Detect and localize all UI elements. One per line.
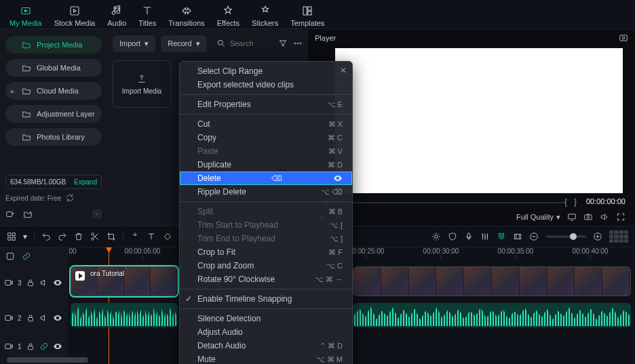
marker-icon[interactable]: [130, 232, 140, 241]
tab-titles[interactable]: Titles: [138, 4, 156, 27]
new-bin-icon[interactable]: [5, 209, 15, 219]
menu-item-duplicate[interactable]: Duplicate⌘ D: [180, 158, 352, 171]
tab-label: Titles: [138, 19, 156, 27]
audio-clip[interactable]: [353, 303, 631, 327]
display-icon[interactable]: [567, 212, 577, 222]
track-head-3[interactable]: 3: [4, 265, 64, 300]
menu-item-copy[interactable]: Copy⌘ C: [180, 131, 352, 144]
crop-icon[interactable]: [107, 232, 116, 241]
sidebar-item-global-media[interactable]: Global Media: [5, 59, 102, 77]
tab-templates[interactable]: Templates: [290, 4, 324, 27]
menu-item-delete[interactable]: Delete⌫: [180, 171, 352, 185]
link-icon[interactable]: [39, 342, 49, 351]
fullscreen-icon[interactable]: [616, 212, 626, 222]
tab-my-media[interactable]: My Media: [9, 4, 42, 27]
lock-icon[interactable]: [26, 278, 35, 287]
eye-icon[interactable]: [53, 342, 62, 351]
menu-item-crop-to-fit[interactable]: Crop to Fit⌘ F: [180, 245, 352, 259]
track-tab-link-icon[interactable]: [22, 251, 31, 261]
menu-item-shortcut: ⌥ C: [326, 262, 343, 270]
color-icon[interactable]: [431, 232, 441, 241]
video-clip-selected[interactable]: ora Tutorial: [71, 266, 178, 296]
menu-item-edit-properties[interactable]: Edit Properties⌥ E: [180, 98, 352, 111]
folder-icon: [22, 40, 31, 49]
eye-icon[interactable]: [53, 278, 62, 287]
search-input[interactable]: [230, 39, 269, 47]
sidebar-item-photos-library[interactable]: Photos Library: [5, 128, 102, 146]
refresh-icon[interactable]: [65, 193, 75, 203]
tab-label: Audio: [107, 19, 126, 27]
track-head-1[interactable]: 1: [4, 336, 64, 357]
menu-item-rotate-90-clockwise[interactable]: Rotate 90° Clockwise⌥ ⌘ →: [180, 272, 352, 286]
record-dropdown[interactable]: Record▾: [161, 35, 206, 52]
track-head-2[interactable]: 2: [4, 300, 64, 336]
magnet-icon[interactable]: [497, 232, 506, 241]
tab-stickers[interactable]: Stickers: [252, 4, 278, 27]
text-icon[interactable]: [147, 232, 156, 241]
menu-item-enable-timeline-snapping[interactable]: ✓Enable Timeline Snapping: [180, 292, 352, 306]
shield-icon[interactable]: [448, 232, 457, 241]
import-media-tile[interactable]: Import Media: [113, 60, 171, 108]
zoom-in-icon[interactable]: [593, 232, 602, 241]
snapshot-icon[interactable]: [619, 33, 628, 43]
quality-dropdown[interactable]: Full Quality▾: [516, 213, 560, 222]
collapse-sidebar-button[interactable]: [92, 209, 102, 219]
audio-icon: [110, 4, 123, 18]
player-title: Player: [315, 34, 336, 42]
mic-icon[interactable]: [464, 232, 474, 241]
more-icon[interactable]: [293, 39, 303, 48]
delete-icon[interactable]: [74, 232, 83, 241]
undo-icon[interactable]: [41, 232, 51, 241]
folder-icon: [22, 63, 31, 73]
seek-rail[interactable]: [324, 202, 564, 203]
mixer-icon[interactable]: [480, 232, 490, 241]
menu-item-ripple-delete[interactable]: Ripple Delete⌥ ⌫: [180, 185, 352, 199]
tab-transitions[interactable]: Transitions: [168, 4, 204, 27]
mute-icon[interactable]: [39, 313, 49, 323]
redo-icon[interactable]: [58, 232, 67, 241]
import-dropdown[interactable]: Import▾: [113, 35, 155, 52]
zoom-slider[interactable]: [545, 235, 586, 238]
menu-item-silence-detection[interactable]: Silence Detection: [180, 312, 352, 325]
tab-label: My Media: [9, 19, 42, 27]
sidebar-item-project-media[interactable]: Project Media: [5, 36, 102, 54]
eye-icon[interactable]: [53, 313, 62, 323]
thumbnails-icon[interactable]: [609, 230, 628, 243]
menu-item-crop-and-zoom[interactable]: Crop and Zoom⌥ C: [180, 259, 352, 272]
menu-item-label: Paste: [197, 146, 218, 156]
menu-item-detach-audio[interactable]: Detach Audio⌃ ⌘ D: [180, 339, 352, 352]
keyframe-icon[interactable]: [163, 232, 172, 241]
sidebar-item-cloud-media[interactable]: ▸Cloud Media: [5, 82, 102, 100]
menu-item-shortcut: ⌥ ⌫: [321, 188, 343, 197]
audio-clip[interactable]: [71, 303, 178, 327]
split-icon[interactable]: [90, 232, 100, 241]
mute-icon[interactable]: [39, 278, 49, 287]
svg-rect-33: [5, 344, 11, 349]
track-tab-a-icon[interactable]: [5, 251, 15, 261]
menu-item-label: Trim End to Playhead: [197, 234, 275, 243]
zoom-out-icon[interactable]: [529, 232, 539, 241]
new-folder-icon[interactable]: [23, 209, 33, 219]
camera-icon[interactable]: [583, 212, 593, 222]
menu-item-export-selected-video-clips[interactable]: Export selected video clips: [180, 78, 352, 92]
menu-item-shortcut: ⌥ ⌘ →: [315, 275, 343, 284]
svg-point-11: [622, 37, 625, 39]
tab-effects[interactable]: Effects: [217, 4, 239, 27]
video-clip[interactable]: [353, 266, 631, 296]
menu-item-mute[interactable]: Mute⌥ ⌘ M: [180, 352, 352, 364]
tab-stock-media[interactable]: Stock Media: [54, 4, 96, 27]
lock-icon[interactable]: [26, 342, 35, 351]
sidebar-item-adjustment-layer[interactable]: Adjustment Layer: [5, 105, 102, 123]
menu-item-label: Rotate 90° Clockwise: [197, 275, 275, 284]
frame-icon[interactable]: [513, 232, 522, 241]
filter-icon[interactable]: [278, 39, 288, 48]
layout-icon[interactable]: [7, 232, 16, 241]
menu-item-select-clip-range[interactable]: Select Clip Range: [180, 64, 352, 78]
menu-item-cut[interactable]: Cut⌘ X: [180, 117, 352, 131]
menu-item-shortcut: ⌘ C: [328, 134, 343, 142]
expand-storage-button[interactable]: Expand: [74, 178, 97, 186]
menu-item-adjust-audio[interactable]: Adjust Audio: [180, 325, 352, 339]
lock-icon[interactable]: [26, 313, 35, 323]
tab-audio[interactable]: Audio: [107, 4, 126, 27]
volume-icon[interactable]: [600, 212, 609, 222]
